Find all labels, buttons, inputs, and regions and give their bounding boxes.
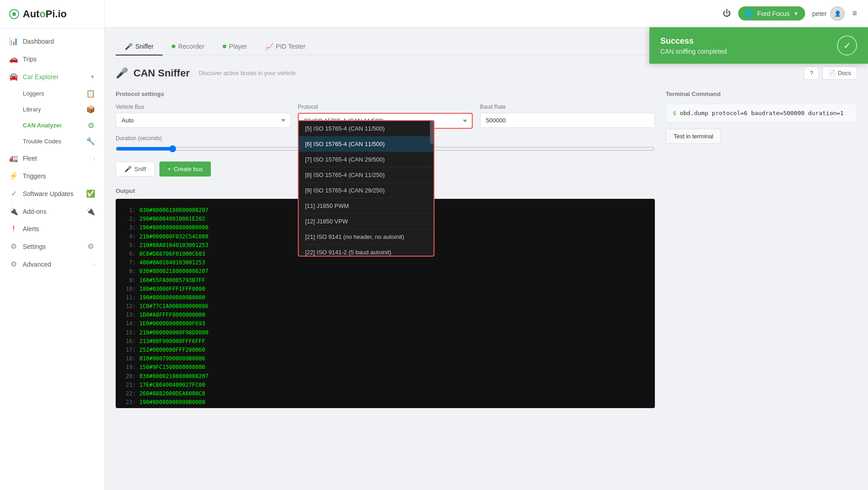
mic-btn-icon: 🎤 — [124, 166, 132, 172]
protocol-option-p5[interactable]: [5] ISO 15765-4 (CAN 11/500) — [299, 121, 434, 136]
line-number: 2: — [123, 215, 136, 223]
logo: AutoPi.io — [0, 0, 104, 29]
software-updates-icon: ✓ — [9, 189, 18, 198]
sidebar-item-software-updates[interactable]: ✓ Software Updates ✅ — [0, 185, 104, 202]
sidebar-item-label: Triggers — [23, 172, 46, 180]
line-number: 23: — [123, 398, 136, 407]
sidebar-item-settings[interactable]: ⚙ Settings ⚙ — [0, 237, 104, 255]
tab-pid-tester[interactable]: 📈 PID Tester — [256, 38, 315, 56]
protocol-option-p21[interactable]: [21] ISO 9141 (no header, no autoinit) — [299, 229, 434, 245]
form-row-bus-protocol: Vehicle Bus Auto Protocol [5] ISO 15765-… — [116, 104, 655, 129]
table-row: 10: 180#03000FFF1FFF0000 — [123, 285, 648, 293]
sidebar-item-dashboard[interactable]: 📊 Dashboard — [0, 32, 104, 50]
sniff-button[interactable]: 🎤 Sniff — [116, 162, 155, 177]
line-data: 190#80080008000B0000 — [139, 293, 205, 302]
vehicle-bus-group: Vehicle Bus Auto — [116, 104, 291, 128]
protocol-group: Protocol [5] ISO 15765-4 (CAN 11/500)[6]… — [298, 104, 473, 129]
logo-icon — [9, 9, 19, 19]
table-row: 8: 030#80002180000008207 — [123, 267, 648, 276]
sidebar-item-label: Loggers — [23, 90, 44, 97]
software-updates-icon2: ✅ — [86, 189, 95, 198]
table-row: 7: 400#0A01040103001253 — [123, 258, 648, 267]
toast-content: Success CAN sniffing completed — [660, 36, 727, 55]
line-number: 22: — [123, 389, 136, 398]
line-number: 19: — [123, 363, 136, 372]
terminal-command: $ obd.dump protocol=6 baudrate=500000 du… — [666, 104, 857, 122]
table-row: 21: 17E#C80400400027FC00 — [123, 381, 648, 389]
line-number: 6: — [123, 250, 136, 258]
docs-button[interactable]: 📄 Docs — [822, 66, 857, 80]
line-data: 010#00079000000B0086 — [139, 354, 205, 363]
table-row: 12: 1C0#77C1A000800000086 — [123, 302, 648, 311]
line-data: 190#800080008000B0000 — [139, 223, 209, 232]
left-column: Protocol settings Vehicle Bus Auto Proto… — [116, 91, 655, 408]
sidebar-item-can-analyzer[interactable]: CAN Analyzer ⊙ — [0, 117, 104, 133]
baud-rate-group: Baud Rate — [480, 104, 655, 128]
test-in-terminal-button[interactable]: Test in terminal — [666, 129, 721, 144]
table-row: 15: 210#000000000F98D0000 — [123, 328, 648, 337]
page-subtitle: Discover active buses in your vehicle — [199, 70, 296, 76]
sidebar-item-add-ons[interactable]: 🔌 Add-ons 🔌 — [0, 202, 104, 220]
sidebar-item-alerts[interactable]: ! Alerts — [0, 220, 104, 237]
sidebar-item-label: Software Updates — [23, 190, 73, 197]
create-bus-button[interactable]: + Create bus — [159, 162, 211, 177]
toast-title: Success — [660, 36, 727, 46]
chevron-right-icon: › — [93, 261, 95, 268]
hamburger-menu-icon[interactable]: ≡ — [852, 9, 857, 18]
sidebar-item-trouble-codes[interactable]: Trouble Codes 🔧 — [0, 133, 104, 149]
line-data: 030#80002180000008207 — [139, 372, 209, 381]
tab-player[interactable]: Player — [214, 38, 256, 56]
protocol-option-p6[interactable]: [6] ISO 15765-4 (CAN 11/500) — [299, 136, 434, 152]
terminal-title: Terminal Command — [666, 91, 857, 97]
line-number: 14: — [123, 319, 136, 328]
sidebar-item-library[interactable]: Library 📦 — [0, 101, 104, 117]
chevron-down-icon: ▼ — [90, 74, 95, 80]
power-button[interactable]: ⏻ — [723, 9, 731, 18]
line-number: 20: — [123, 372, 136, 381]
line-number: 18: — [123, 354, 136, 363]
tab-sniffer[interactable]: 🎤 Sniffer — [116, 38, 163, 56]
sidebar-item-fleet[interactable]: 🚛 Fleet › — [0, 149, 104, 167]
globe-icon: 🌐 — [745, 9, 754, 18]
sidebar-item-advanced[interactable]: ⚙ Advanced › — [0, 255, 104, 273]
add-ons-icon2: 🔌 — [86, 207, 95, 216]
dropdown-scrollbar[interactable] — [430, 121, 434, 144]
help-button[interactable]: ? — [804, 66, 819, 80]
protocol-option-p11[interactable]: [11] J1850 PWM — [299, 198, 434, 214]
sidebar-item-label: Add-ons — [23, 208, 46, 215]
line-data: 290#860040010001E202 — [139, 215, 205, 223]
protocol-option-p7[interactable]: [7] ISO 15765-4 (CAN 29/500) — [299, 152, 434, 167]
username: peter — [812, 10, 827, 17]
line-number: 10: — [123, 285, 136, 293]
sidebar-item-car-explorer[interactable]: 🚘 Car Explorer ▼ — [0, 68, 104, 86]
protocol-option-p9[interactable]: [9] ISO 15765-4 (CAN 29/250) — [299, 183, 434, 198]
loggers-icon: 📋 — [86, 89, 95, 98]
sidebar-item-label: CAN Analyzer — [23, 122, 61, 129]
sidebar-item-loggers[interactable]: Loggers 📋 — [0, 86, 104, 101]
protocol-option-p12[interactable]: [12] J1850 VPW — [299, 214, 434, 229]
protocol-option-p8[interactable]: [8] ISO 15765-4 (CAN 11/250) — [299, 167, 434, 183]
sidebar-item-label: Alerts — [23, 225, 39, 232]
protocol-option-p22[interactable]: [22] ISO 9141-2 (5 baud autoinit) — [299, 245, 434, 257]
line-data: 1D0#A8FFFF0000000000 — [139, 311, 205, 319]
vehicle-selector[interactable]: 🌐 Ford Focus ▼ — [738, 6, 805, 20]
vehicle-bus-select[interactable]: Auto — [116, 113, 291, 128]
line-number: 21: — [123, 381, 136, 389]
vehicle-bus-label: Vehicle Bus — [116, 104, 291, 110]
sidebar-item-label: Advanced — [23, 261, 51, 268]
table-row: 24: 40A#FF00120110000000 — [123, 407, 648, 408]
line-data: 190#80080008000B0000 — [139, 398, 205, 407]
toast-message: CAN sniffing completed — [660, 48, 727, 55]
tab-recorder[interactable]: Recorder — [163, 38, 214, 56]
sidebar-item-trips[interactable]: 🚗 Trips — [0, 50, 104, 68]
baud-rate-input[interactable] — [480, 113, 655, 128]
library-icon: 📦 — [86, 105, 95, 114]
line-data: 17E#C80400400027FC00 — [139, 381, 205, 389]
line-data: 030#80006180000008207 — [139, 206, 209, 215]
sidebar: AutoPi.io 📊 Dashboard 🚗 Trips 🚘 Car Expl… — [0, 0, 105, 490]
sidebar-item-triggers[interactable]: ⚡ Triggers — [0, 167, 104, 185]
table-row: 20: 030#80002180000008207 — [123, 372, 648, 381]
user-menu[interactable]: peter 👤 — [812, 6, 845, 21]
add-ons-icon: 🔌 — [9, 207, 18, 216]
trouble-codes-icon: 🔧 — [86, 137, 95, 146]
